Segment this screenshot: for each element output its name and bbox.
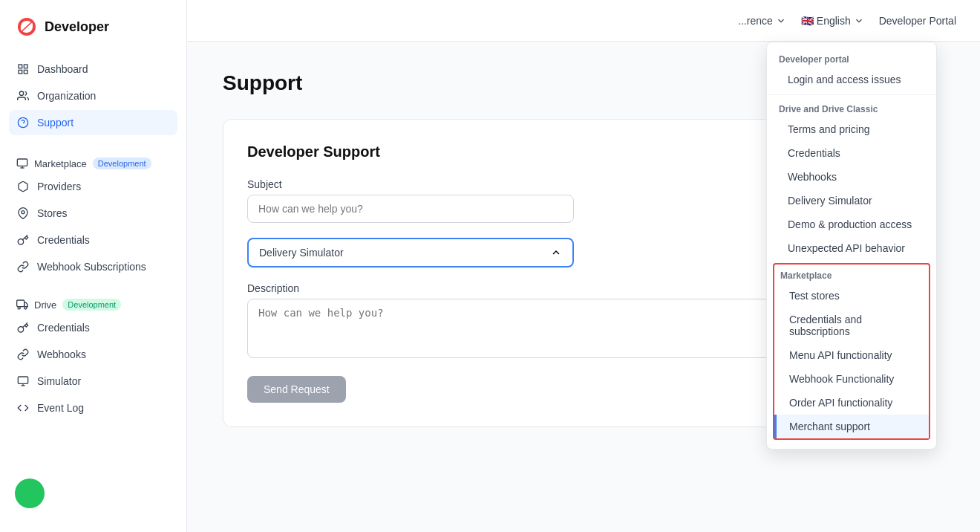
dropdown-header-drive: Drive and Drive Classic xyxy=(767,98,936,117)
dropdown-item-webhooks[interactable]: Webhooks xyxy=(767,165,936,189)
svg-rect-3 xyxy=(24,70,27,74)
drive-link-icon xyxy=(16,348,30,361)
sidebar-item-dashboard[interactable]: Dashboard xyxy=(9,56,177,82)
sidebar-item-credentials[interactable]: Credentials xyxy=(9,227,177,253)
svg-rect-2 xyxy=(19,70,22,74)
dropdown-item-credentials[interactable]: Credentials xyxy=(767,141,936,165)
dropdown-item-menu-api[interactable]: Menu API functionality xyxy=(774,343,929,367)
user-avatar[interactable] xyxy=(15,479,45,508)
sidebar-item-webhooks-label: Webhook Subscriptions xyxy=(37,261,146,273)
select-chevron-up-icon xyxy=(550,247,562,259)
drive-badge: Development xyxy=(62,299,121,311)
dropdown-item-unexpected-api[interactable]: Unexpected API behavior xyxy=(767,236,936,260)
marketplace-badge: Development xyxy=(93,158,151,169)
svg-rect-11 xyxy=(17,300,24,307)
dropdown-item-login[interactable]: Login and access issues xyxy=(767,68,936,91)
logo-icon xyxy=(15,15,39,39)
svg-rect-1 xyxy=(24,65,27,68)
sidebar: Developer Dashboard Organization Support… xyxy=(0,0,187,532)
code-icon xyxy=(16,401,30,415)
marketplace-icon xyxy=(16,158,28,169)
map-pin-icon xyxy=(16,207,30,220)
sidebar-item-stores[interactable]: Stores xyxy=(9,201,177,226)
svg-point-13 xyxy=(24,307,27,309)
reference-link[interactable]: ...rence xyxy=(738,15,786,27)
subject-select-value: Delivery Simulator xyxy=(259,247,344,259)
sidebar-item-support-label: Support xyxy=(37,117,74,129)
svg-rect-0 xyxy=(19,65,22,68)
sidebar-item-drive-credentials[interactable]: Credentials xyxy=(9,315,177,340)
sidebar-item-simulator-label: Simulator xyxy=(37,375,81,387)
drive-section-label: Drive Development xyxy=(9,287,177,315)
topbar: ...rence 🇬🇧 English Developer Portal xyxy=(187,0,980,42)
sidebar-item-dashboard-label: Dashboard xyxy=(37,63,88,75)
key-icon xyxy=(16,233,30,247)
svg-rect-7 xyxy=(17,159,27,166)
sidebar-item-event-log-label: Event Log xyxy=(37,402,84,414)
drive-key-icon xyxy=(16,321,30,334)
sidebar-item-drive-credentials-label: Credentials xyxy=(37,322,90,334)
reference-text: ...rence xyxy=(738,15,773,27)
sidebar-item-event-log[interactable]: Event Log xyxy=(9,395,177,421)
send-request-button[interactable]: Send Request xyxy=(247,376,346,403)
sidebar-item-providers[interactable]: Providers xyxy=(9,174,177,199)
svg-point-10 xyxy=(22,211,24,214)
sidebar-item-simulator[interactable]: Simulator xyxy=(9,369,177,394)
dropdown-header-marketplace: Marketplace xyxy=(774,265,929,284)
dropdown-item-credentials-subscriptions[interactable]: Credentials and subscriptions xyxy=(774,308,929,343)
link-icon xyxy=(16,260,30,273)
dropdown-section-marketplace: Marketplace Test stores Credentials and … xyxy=(773,263,930,440)
users-icon xyxy=(16,89,30,103)
dropdown-item-delivery-simulator[interactable]: Delivery Simulator xyxy=(767,189,936,213)
grid-icon xyxy=(16,62,30,76)
main-content: ...rence 🇬🇧 English Developer Portal Sup… xyxy=(187,0,980,532)
sidebar-item-organization-label: Organization xyxy=(37,90,96,102)
sidebar-item-providers-label: Providers xyxy=(37,181,81,192)
dropdown-section-developer-portal: Developer portal Login and access issues xyxy=(767,48,936,91)
box-icon xyxy=(16,180,30,193)
developer-portal-label: Developer Portal xyxy=(879,15,956,27)
dropdown-item-order-api[interactable]: Order API functionality xyxy=(774,391,929,415)
drive-icon xyxy=(16,299,28,311)
subject-input[interactable] xyxy=(247,195,574,223)
sidebar-item-organization[interactable]: Organization xyxy=(9,83,177,108)
dropdown-header-developer-portal: Developer portal xyxy=(767,48,936,68)
sidebar-item-credentials-label: Credentials xyxy=(37,234,90,246)
marketplace-section-label: Marketplace Development xyxy=(9,146,177,174)
subject-select[interactable]: Delivery Simulator xyxy=(247,238,574,267)
language-chevron-icon xyxy=(854,16,864,26)
logo-text: Developer xyxy=(45,19,109,35)
dropdown-item-merchant-support[interactable]: Merchant support xyxy=(774,415,929,438)
monitor-icon xyxy=(16,374,30,388)
logo[interactable]: Developer xyxy=(0,15,186,56)
svg-point-4 xyxy=(19,91,23,95)
help-circle-icon xyxy=(16,116,30,129)
subject-dropdown: Developer portal Login and access issues… xyxy=(766,42,937,450)
sidebar-item-stores-label: Stores xyxy=(37,207,67,219)
dropdown-item-webhook-functionality[interactable]: Webhook Functionality xyxy=(774,367,929,391)
dropdown-item-test-stores[interactable]: Test stores xyxy=(774,284,929,308)
language-selector[interactable]: 🇬🇧 English xyxy=(801,15,864,27)
dropdown-item-terms[interactable]: Terms and pricing xyxy=(767,117,936,141)
sidebar-item-support[interactable]: Support xyxy=(9,110,177,135)
sidebar-item-drive-webhooks[interactable]: Webhooks xyxy=(9,342,177,367)
language-label: English xyxy=(817,15,851,27)
svg-point-12 xyxy=(18,307,20,309)
developer-portal-link[interactable]: Developer Portal xyxy=(879,15,956,27)
sidebar-item-webhooks[interactable]: Webhook Subscriptions xyxy=(9,254,177,279)
svg-rect-14 xyxy=(18,377,27,383)
dropdown-section-drive: Drive and Drive Classic Terms and pricin… xyxy=(767,98,936,260)
flag-icon: 🇬🇧 xyxy=(801,15,814,27)
dropdown-item-demo-production[interactable]: Demo & production access xyxy=(767,213,936,236)
sidebar-item-drive-webhooks-label: Webhooks xyxy=(37,348,86,360)
reference-chevron-icon xyxy=(776,16,786,26)
